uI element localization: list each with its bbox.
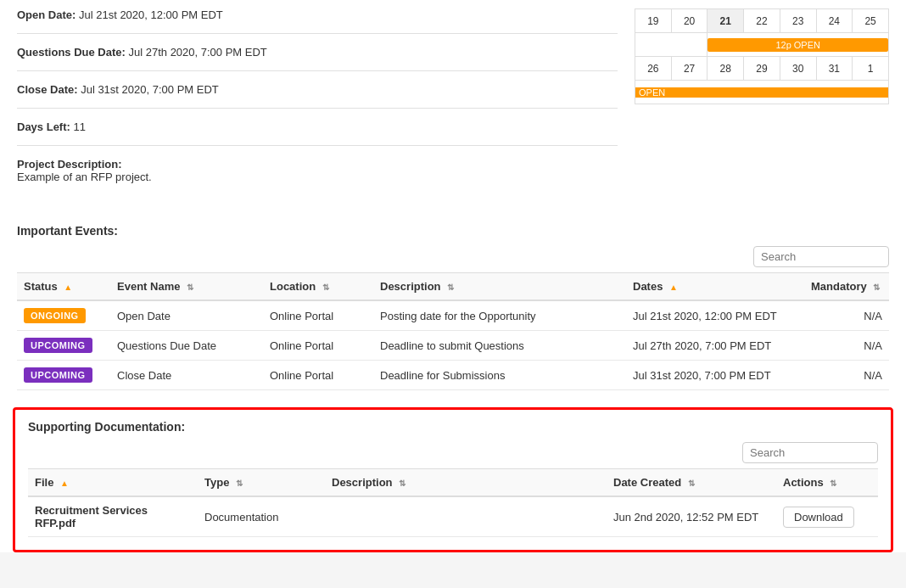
cell-dates: Jul 31st 2020, 7:00 PM EDT xyxy=(626,361,804,390)
sort-icon: ⇅ xyxy=(236,479,243,488)
cell-description: Deadline for Submissions xyxy=(373,361,626,390)
cal-open-cell xyxy=(635,33,707,57)
cell-description: Deadline to submit Questions xyxy=(373,331,626,361)
sort-icon: ⇅ xyxy=(322,283,329,292)
cell-location: Online Portal xyxy=(263,331,373,361)
sort-icon: ⇅ xyxy=(688,479,695,488)
important-events-title: Important Events: xyxy=(17,224,889,238)
project-desc-value: Example of an RFP project. xyxy=(17,171,618,183)
calendar-panel: 19 20 21 22 23 24 25 12p OPEN xyxy=(635,8,889,207)
open-date-value: Jul 21st 2020, 12:00 PM EDT xyxy=(79,8,223,21)
status-badge: UPCOMING xyxy=(24,338,92,353)
cal-day: 29 xyxy=(744,57,780,81)
col-header-mandatory: Mandatory ⇅ xyxy=(804,273,889,301)
cal-day: 27 xyxy=(671,57,707,81)
cell-location: Online Portal xyxy=(263,300,373,331)
cell-event-name: Close Date xyxy=(110,361,263,390)
project-desc-row: Project Description: Example of an RFP p… xyxy=(17,158,618,195)
cal-day: 30 xyxy=(780,57,816,81)
days-left-row: Days Left: 11 xyxy=(17,120,618,146)
cell-event-name: Open Date xyxy=(110,300,263,331)
sort-icon: ⇅ xyxy=(399,479,405,488)
cell-description: Posting date for the Opportunity xyxy=(373,300,626,331)
cal-day: 20 xyxy=(671,9,707,33)
col-header-file: File ▲ xyxy=(28,469,198,497)
status-badge: UPCOMING xyxy=(24,367,92,383)
cell-actions: Download xyxy=(776,496,878,537)
sort-icon: ⇅ xyxy=(187,283,193,292)
cal-day: 26 xyxy=(635,57,672,81)
open-date-label: Open Date: xyxy=(17,8,76,21)
col-header-date-created: Date Created ⇅ xyxy=(607,469,776,497)
download-button[interactable]: Download xyxy=(783,507,854,528)
cell-description2 xyxy=(325,496,607,537)
table-row: UPCOMING Questions Due Date Online Porta… xyxy=(17,331,889,361)
days-left-value: 11 xyxy=(73,120,85,133)
info-panel: Open Date: Jul 21st 2020, 12:00 PM EDT Q… xyxy=(17,8,618,207)
cal-day: 31 xyxy=(816,57,853,81)
cell-status: UPCOMING xyxy=(17,361,110,390)
sort-asc-icon: ▲ xyxy=(64,283,72,292)
cell-type: Documentation xyxy=(198,496,325,537)
col-header-description: Description ⇅ xyxy=(373,273,626,301)
cell-dates: Jul 27th 2020, 7:00 PM EDT xyxy=(626,331,804,361)
table-row: Recruitment Services RFP.pdf Documentati… xyxy=(28,496,878,537)
col-header-status: Status ▲ xyxy=(17,273,110,301)
sort-asc-icon: ▲ xyxy=(669,283,678,292)
cal-open-label: 12p OPEN xyxy=(707,38,888,52)
close-date-row: Close Date: Jul 31st 2020, 7:00 PM EDT xyxy=(17,83,618,109)
cal-day-today: 21 xyxy=(707,9,744,33)
events-search-row xyxy=(17,246,889,267)
col-header-actions: Actions ⇅ xyxy=(776,469,878,497)
status-badge: ONGOING xyxy=(24,308,86,323)
cal-open-bar-cell: OPEN xyxy=(635,81,889,104)
questions-due-value: Jul 27th 2020, 7:00 PM EDT xyxy=(128,46,266,59)
days-left-label: Days Left: xyxy=(17,120,70,133)
cal-day: 25 xyxy=(853,9,889,33)
cell-location: Online Portal xyxy=(263,361,373,390)
sort-icon: ⇅ xyxy=(447,283,454,292)
cell-date-created: Jun 2nd 2020, 12:52 PM EDT xyxy=(607,496,776,537)
supporting-docs-title: Supporting Documentation: xyxy=(28,420,878,434)
cell-dates: Jul 21st 2020, 12:00 PM EDT xyxy=(626,300,804,331)
questions-due-row: Questions Due Date: Jul 27th 2020, 7:00 … xyxy=(17,46,618,71)
sort-icon: ⇅ xyxy=(873,283,880,292)
project-desc-label: Project Description: xyxy=(17,158,618,171)
cal-day: 1 xyxy=(853,57,889,81)
cal-day: 28 xyxy=(707,57,744,81)
cell-mandatory: N/A xyxy=(804,300,889,331)
important-events-section: Important Events: Status ▲ Event Name ⇅ … xyxy=(0,216,906,399)
docs-search-row xyxy=(28,442,878,463)
cal-day: 19 xyxy=(635,9,672,33)
cal-day: 22 xyxy=(744,9,780,33)
sort-icon: ⇅ xyxy=(830,479,836,488)
docs-table: File ▲ Type ⇅ Description ⇅ Date Created… xyxy=(28,468,878,537)
cell-file: Recruitment Services RFP.pdf xyxy=(28,496,198,537)
cal-open-bar-label: OPEN xyxy=(635,87,888,98)
cell-mandatory: N/A xyxy=(804,331,889,361)
col-header-type: Type ⇅ xyxy=(198,469,325,497)
table-row: ONGOING Open Date Online Portal Posting … xyxy=(17,300,889,331)
open-date-row: Open Date: Jul 21st 2020, 12:00 PM EDT xyxy=(17,8,618,34)
cal-open-span: 12p OPEN xyxy=(707,33,889,57)
cell-status: ONGOING xyxy=(17,300,110,331)
table-row: UPCOMING Close Date Online Portal Deadli… xyxy=(17,361,889,390)
docs-search-input[interactable] xyxy=(742,442,878,463)
cal-day: 24 xyxy=(816,9,853,33)
events-table: Status ▲ Event Name ⇅ Location ⇅ Descrip… xyxy=(17,272,889,390)
cal-day: 23 xyxy=(780,9,816,33)
close-date-label: Close Date: xyxy=(17,83,78,96)
cell-event-name: Questions Due Date xyxy=(110,331,263,361)
cell-mandatory: N/A xyxy=(804,361,889,390)
col-header-location: Location ⇅ xyxy=(263,273,373,301)
questions-due-label: Questions Due Date: xyxy=(17,46,126,59)
cell-status: UPCOMING xyxy=(17,331,110,361)
col-header-dates: Dates ▲ xyxy=(626,273,804,301)
col-header-event-name: Event Name ⇅ xyxy=(110,273,263,301)
col-header-description2: Description ⇅ xyxy=(325,469,607,497)
close-date-value: Jul 31st 2020, 7:00 PM EDT xyxy=(81,83,219,96)
sort-asc-icon: ▲ xyxy=(60,479,69,488)
calendar-table: 19 20 21 22 23 24 25 12p OPEN xyxy=(635,8,889,104)
events-search-input[interactable] xyxy=(753,246,889,267)
supporting-docs-section: Supporting Documentation: File ▲ Type ⇅ … xyxy=(13,407,893,552)
